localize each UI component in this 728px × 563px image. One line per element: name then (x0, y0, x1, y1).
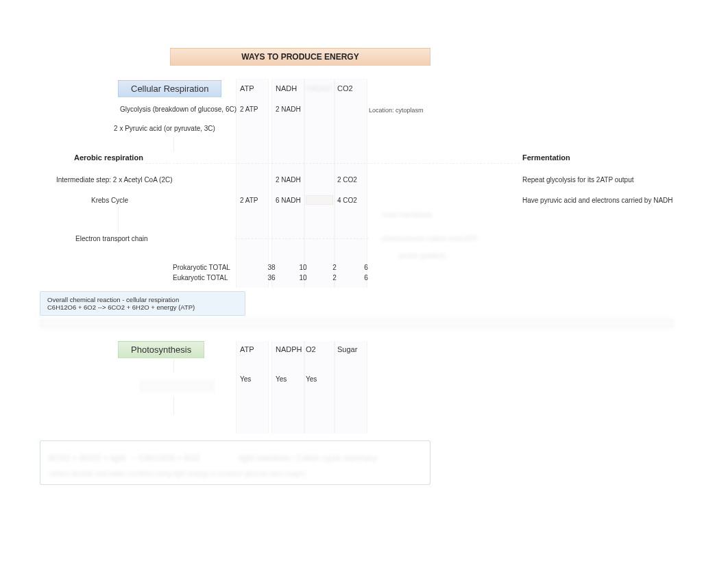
blurred-lower-right: light reactions / Calvin cycle summary (239, 453, 411, 463)
note-location-cytoplasm: Location: cytoplasm (369, 107, 424, 114)
col-shade-p-o2 (304, 341, 335, 434)
val-photo-atp: Yes (240, 375, 251, 383)
eq-line-1: Overall chemical reaction - cellular res… (47, 296, 238, 303)
col-hdr-p-nadph: NADPH (276, 345, 302, 353)
blurred-note-2: chemiosmosis makes most ATP (381, 235, 505, 242)
total-euk-a: 36 (265, 274, 278, 282)
ferm-note-1: Repeat glycolysis for its 2ATP output (522, 176, 634, 184)
cell-krebs-fadh2-highlight (306, 195, 333, 205)
total-euk-label: Eukaryotic TOTAL (173, 274, 228, 282)
eq-line-2: C6H12O6 + 6O2 --> 6CO2 + 6H2O + energy (… (47, 303, 238, 311)
row-etc: Electron transport chain (75, 235, 148, 242)
arrow-down-1 (173, 137, 174, 152)
val-krebs-co2: 4 CO2 (337, 197, 357, 204)
lower-equation-box: 6CO2 + 6H2O + light → C6H12O6 + 6O2 ligh… (40, 440, 430, 485)
val-krebs-nadh: 6 NADH (276, 197, 301, 204)
page-title: WAYS TO PRODUCE ENERGY (170, 48, 430, 66)
row-pyruvic: 2 x Pyruvic acid (or pyruvate, 3C) (96, 125, 233, 132)
val-intermediate-co2: 2 CO2 (337, 176, 357, 184)
arrow-down-2 (118, 207, 119, 233)
val-photo-o2: Yes (306, 375, 317, 383)
col-hdr-nadh: NADH (276, 84, 297, 92)
val-glycolysis-atp: 2 ATP (240, 105, 258, 113)
hdr-aerobic: Aerobic respiration (74, 153, 143, 162)
total-pro-d: 6 (361, 264, 372, 271)
col-hdr-p-sugar: Sugar (337, 345, 357, 353)
dashed-line-1 (145, 163, 520, 164)
section-header-photosynthesis: Photosynthesis (118, 341, 204, 358)
blurred-bar-1 (40, 318, 674, 328)
blurred-lower-left: 6CO2 + 6H2O + light → C6H12O6 + 6O2 (49, 453, 220, 463)
col-hdr-p-atp: ATP (240, 345, 254, 353)
total-euk-b: 10 (296, 274, 310, 282)
col-shade-p-sugar (335, 341, 367, 434)
total-euk-d: 6 (361, 274, 372, 282)
val-intermediate-nadh: 2 NADH (276, 176, 301, 184)
val-photo-nadph: Yes (276, 375, 287, 383)
col-shade-p-atp (236, 341, 269, 434)
row-glycolysis: Glycolysis (breakdown of glucose, 6C) (65, 105, 236, 113)
col-hdr-fadh2-blurred: FADH2 (307, 84, 331, 92)
ferm-note-2: Have pyruvic acid and electrons carried … (522, 197, 673, 204)
val-glycolysis-nadh: 2 NADH (276, 105, 301, 113)
arrow-down-3 (173, 359, 174, 373)
section-header-cellular: Cellular Respiration (118, 80, 221, 97)
col-hdr-atp: ATP (240, 84, 254, 92)
dashed-line-2 (234, 238, 369, 239)
total-pro-c: 2 (329, 264, 340, 271)
val-krebs-atp: 2 ATP (240, 197, 258, 204)
total-pro-b: 10 (296, 264, 310, 271)
total-euk-c: 2 (329, 274, 340, 282)
total-pro-label: Prokaryotic TOTAL (173, 264, 230, 271)
total-pro-a: 38 (265, 264, 278, 271)
blurred-photo-step-1 (140, 381, 214, 392)
arrow-down-4 (173, 396, 174, 415)
hdr-fermentation: Fermentation (522, 153, 570, 162)
col-hdr-co2: CO2 (337, 84, 353, 92)
blurred-note-1: inner membrane (383, 211, 451, 218)
row-intermediate: Intermediate step: 2 x Acetyl CoA (2C) (56, 176, 173, 184)
equation-box-cellular: Overall chemical reaction - cellular res… (40, 291, 245, 316)
blurred-lower-bottom: carbon dioxide and water combine using l… (49, 470, 419, 477)
blurred-note-3: proton gradient (399, 252, 488, 260)
row-krebs: Krebs Cycle (65, 197, 154, 204)
col-shade-fadh2 (304, 79, 335, 288)
col-shade-p-nadph (271, 341, 304, 434)
col-hdr-p-o2: O2 (306, 345, 316, 353)
